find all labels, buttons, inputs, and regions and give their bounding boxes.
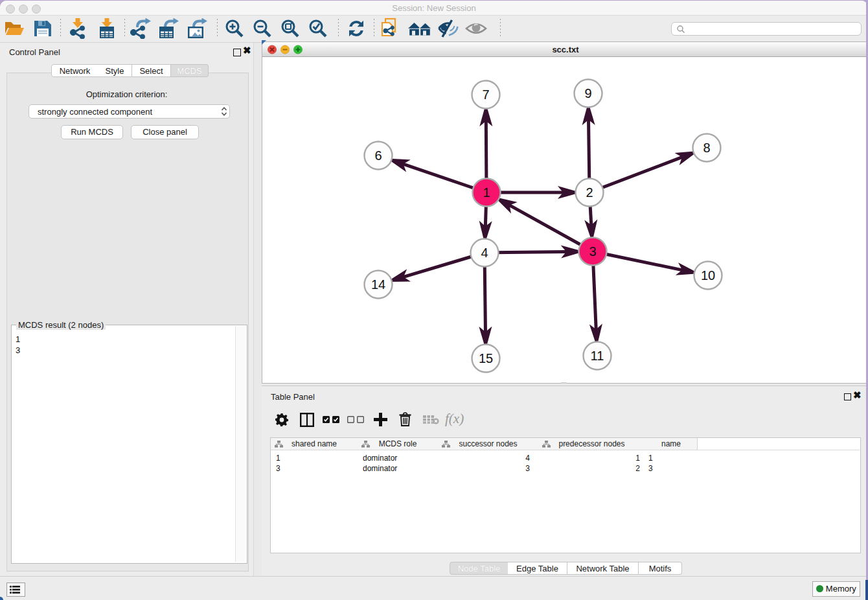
svg-text:10: 10: [701, 268, 715, 283]
svg-text:11: 11: [591, 349, 604, 363]
svg-text:7: 7: [482, 87, 489, 102]
svg-text:15: 15: [479, 351, 493, 365]
svg-text:2: 2: [586, 185, 593, 200]
svg-text:4: 4: [481, 246, 488, 260]
svg-text:14: 14: [371, 277, 385, 292]
svg-text:1: 1: [483, 185, 490, 200]
svg-text:3: 3: [589, 244, 596, 259]
svg-text:8: 8: [703, 141, 710, 155]
svg-text:6: 6: [374, 148, 382, 163]
svg-text:9: 9: [584, 86, 591, 100]
